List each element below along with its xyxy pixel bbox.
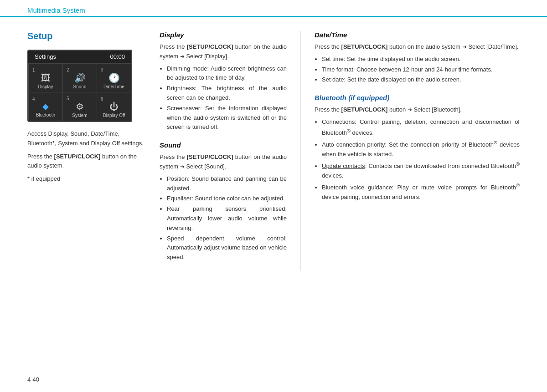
- display-bullet-3: Screensaver: Set the information display…: [167, 104, 287, 132]
- settings-screen-title: Settings: [35, 53, 56, 60]
- right-column: Date/Time Press the [SETUP/CLOCK] button…: [301, 31, 520, 271]
- settings-screen-time: 00:00: [110, 53, 125, 60]
- settings-item-datetime[interactable]: 3 🕐 Date/Time: [97, 64, 131, 92]
- sound-bullet-4: Speed dependent volume control: Automati…: [167, 234, 287, 262]
- display-icon: 🖼: [41, 73, 50, 83]
- datetime-bullet-2: Time format: Choose between 12-hour and …: [322, 65, 520, 75]
- sound-intro-1: Press the: [160, 153, 185, 160]
- page-header: Multimedia System: [0, 0, 547, 17]
- setup-body-3: * if equipped: [27, 174, 146, 184]
- bluetooth-intro-bold: [SETUP/CLOCK]: [341, 106, 388, 113]
- header-title: Multimedia System: [27, 6, 85, 14]
- settings-item-number-2: 2: [67, 67, 69, 72]
- bluetooth-bullet-4: Bluetooth voice guidance: Play or mute v…: [322, 182, 520, 202]
- display-bullet-2: Brightness: The brightness of the audio …: [167, 84, 287, 103]
- display-arrow: ➜: [180, 53, 185, 60]
- setup-section: Setup Settings 00:00 1 🖼 Display 2 🔊 Sou…: [27, 31, 160, 271]
- sound-intro: Press the [SETUP/CLOCK] button on the au…: [160, 153, 287, 172]
- settings-item-number-4: 4: [32, 97, 35, 102]
- sound-intro-bold: [SETUP/CLOCK]: [187, 153, 233, 160]
- settings-screen-header: Settings 00:00: [28, 51, 131, 63]
- datetime-icon: 🕐: [108, 72, 120, 83]
- sound-block: Sound Press the [SETUP/CLOCK] button on …: [160, 141, 287, 262]
- settings-screen: Settings 00:00 1 🖼 Display 2 🔊 Sound 3 🕐: [27, 50, 132, 122]
- setup-body-2a: Press the: [27, 153, 52, 160]
- display-block: Display Press the [SETUP/CLOCK] button o…: [160, 31, 287, 132]
- bluetooth-bullet-2: Auto connection priority: Set the connec…: [322, 139, 520, 159]
- sound-list: Position: Sound balance and panning can …: [167, 174, 287, 262]
- settings-item-label-sound: Sound: [73, 84, 87, 89]
- settings-item-display[interactable]: 1 🖼 Display: [29, 64, 62, 92]
- settings-grid: 1 🖼 Display 2 🔊 Sound 3 🕐 Date/Time 4: [28, 63, 131, 121]
- datetime-list: Set time: Set the time displayed on the …: [322, 55, 520, 85]
- bluetooth-list: Connections: Control pairing, deletion, …: [322, 117, 520, 202]
- sound-arrow: ➜: [180, 163, 185, 170]
- sound-bullet-1: Position: Sound balance and panning can …: [167, 174, 287, 193]
- settings-item-label-datetime: Date/Time: [103, 84, 124, 89]
- sound-intro-3: Select [Sound].: [186, 163, 226, 170]
- bluetooth-intro-3: Select [Bluetooth].: [413, 106, 462, 113]
- display-intro: Press the [SETUP/CLOCK] button on the au…: [160, 42, 287, 61]
- displayoff-icon: ⏻: [109, 102, 119, 112]
- datetime-intro-2: button on the audio system: [389, 43, 460, 50]
- bluetooth-heading: Bluetooth (if equipped): [315, 94, 520, 102]
- settings-item-label-displayoff: Display Off: [103, 113, 125, 118]
- datetime-block: Date/Time Press the [SETUP/CLOCK] button…: [315, 31, 520, 85]
- settings-item-system[interactable]: 5 ⚙ System: [63, 92, 97, 121]
- setup-body-2b: [SETUP/CLOCK]: [54, 153, 101, 160]
- bluetooth-block: Bluetooth (if equipped) Press the [SETUP…: [315, 94, 520, 202]
- datetime-intro: Press the [SETUP/CLOCK] button on the au…: [315, 42, 520, 52]
- display-intro-3: Select [Display].: [186, 53, 228, 60]
- display-bullet-1: Dimming mode: Audio screen brightness ca…: [167, 64, 287, 83]
- settings-item-label-display: Display: [38, 84, 53, 89]
- datetime-intro-1: Press the: [315, 43, 340, 50]
- settings-item-label-bluetooth: Bluetooth: [36, 112, 55, 117]
- display-heading: Display: [160, 31, 287, 39]
- system-icon: ⚙: [76, 101, 84, 112]
- settings-item-number-1: 1: [32, 68, 35, 73]
- datetime-bullet-1: Set time: Set the time displayed on the …: [322, 55, 520, 64]
- setup-body-1: Access Display, Sound, Date/Time, Blueto…: [27, 129, 146, 148]
- datetime-intro-3: Select [Date/Time].: [468, 43, 518, 50]
- bluetooth-intro-2: button: [389, 106, 406, 113]
- page-number: 4-40: [27, 376, 39, 383]
- settings-item-bluetooth[interactable]: 4 ◆ Bluetooth: [29, 92, 62, 121]
- sound-bullet-2: Equaliser: Sound tone color can be adjus…: [167, 194, 287, 204]
- settings-item-number-5: 5: [67, 96, 69, 101]
- datetime-intro-bold: [SETUP/CLOCK]: [341, 43, 388, 50]
- bluetooth-intro: Press the [SETUP/CLOCK] button ➜ Select …: [315, 105, 520, 115]
- mid-column: Display Press the [SETUP/CLOCK] button o…: [160, 31, 301, 271]
- datetime-heading: Date/Time: [315, 31, 520, 39]
- sound-heading: Sound: [160, 141, 287, 149]
- datetime-bullet-3: Set date: Set the date displayed on the …: [322, 75, 520, 85]
- settings-item-number-6: 6: [101, 97, 103, 102]
- bluetooth-intro-1: Press the: [315, 106, 340, 113]
- settings-item-number-3: 3: [101, 67, 103, 72]
- main-content: Setup Settings 00:00 1 🖼 Display 2 🔊 Sou…: [0, 17, 547, 285]
- settings-item-label-system: System: [72, 113, 87, 118]
- page-footer: 4-40: [27, 376, 39, 383]
- bluetooth-icon: ◆: [42, 102, 49, 112]
- sound-bullet-3: Rear parking sensors prioritised: Automa…: [167, 204, 287, 233]
- setup-title: Setup: [27, 31, 146, 41]
- display-list: Dimming mode: Audio screen brightness ca…: [167, 64, 287, 132]
- setup-body-2: Press the [SETUP/CLOCK] button on the au…: [27, 152, 146, 171]
- bluetooth-bullet-1: Connections: Control pairing, deletion, …: [322, 117, 520, 138]
- display-intro-bold: [SETUP/CLOCK]: [187, 43, 233, 50]
- datetime-arrow: ➜: [462, 44, 467, 50]
- display-intro-1: Press the: [160, 43, 185, 50]
- bluetooth-bullet-3: Update contacts: Contacts can be downloa…: [322, 160, 520, 181]
- settings-item-displayoff[interactable]: 6 ⏻ Display Off: [97, 92, 131, 121]
- settings-item-sound[interactable]: 2 🔊 Sound: [63, 64, 97, 92]
- bluetooth-arrow: ➜: [408, 107, 412, 113]
- sound-icon: 🔊: [74, 72, 86, 83]
